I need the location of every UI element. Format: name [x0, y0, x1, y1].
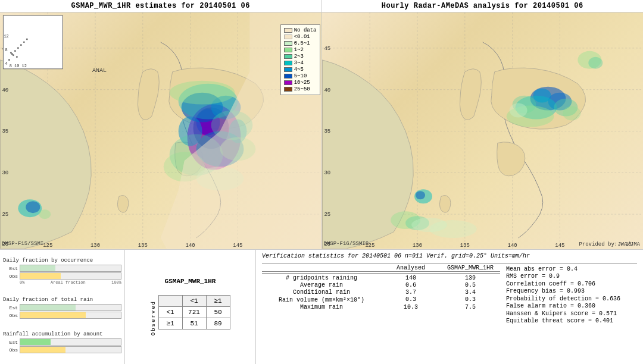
svg-point-72 [563, 106, 580, 121]
svg-text:135: 135 [138, 243, 148, 249]
bar-label-obs-occ: Obs [3, 274, 18, 279]
legend-label-3-4: 3~4 [294, 60, 304, 66]
cont-row-label-lt1: <1 [158, 307, 182, 318]
legend-label-4-5: 4~5 [294, 67, 304, 73]
bar-container-est-accum [20, 338, 121, 346]
bar-label-est-occ: Est [3, 266, 18, 271]
stats-row-avgrain: Average rain 0.6 0.5 [262, 282, 500, 288]
observed-side: Observed [151, 288, 157, 335]
stats-col-gsmap: GSMAP_MWR_1HR [441, 265, 500, 271]
svg-text:125: 125 [43, 243, 52, 249]
cont-header-row: <1 ≥1 [158, 296, 230, 307]
stat-equitable-threat: Equitable threat score = 0.401 [506, 318, 637, 324]
svg-point-45 [17, 47, 19, 49]
svg-point-26 [26, 201, 40, 213]
legend-label-5-10: 5~10 [294, 73, 307, 79]
svg-point-43 [13, 54, 14, 56]
stats-row-volume: Rain volume (mm×km²×10⁶) 0.3 0.3 [262, 296, 500, 303]
stats-label-gridpoints: # gridpoints raining [262, 275, 381, 281]
bar-container-obs-accum [20, 346, 121, 353]
stats-row-maxrain: Maximum rain 10.3 7.5 [262, 304, 500, 310]
legend-color-25-50 [284, 87, 292, 92]
right-map-svg: 125 130 135 140 145 45 40 35 30 25 20 15 [322, 12, 644, 249]
stats-val-avgrain-gsmap: 0.5 [441, 282, 500, 288]
stat-mean-abs-error: Mean abs error = 0.4 [506, 266, 637, 272]
svg-text:25: 25 [324, 212, 330, 218]
verification-title: Verification statistics for 20140501 06 … [262, 253, 637, 259]
bar-label-est-rain: Est [3, 305, 18, 310]
legend-5-10: 5~10 [284, 73, 317, 79]
legend-1-2: 1~2 [284, 47, 317, 53]
map-credit: Provided by:JWA/JMA [579, 241, 640, 247]
legend-3-4: 3~4 [284, 60, 317, 66]
svg-point-48 [20, 44, 22, 46]
svg-text:40: 40 [2, 87, 8, 93]
svg-point-75 [416, 191, 425, 199]
svg-text:140: 140 [186, 243, 195, 249]
stats-row-gridpoints: # gridpoints raining 140 139 [262, 275, 500, 281]
stats-label-maxrain: Maximum rain [262, 304, 381, 310]
axis-start: 0% [20, 280, 24, 285]
legend-color-10-25 [284, 80, 292, 85]
bar-row-obs-accum: Obs [3, 346, 121, 353]
bar-obs-accum [20, 347, 65, 353]
bar-row-obs-occ: Obs [3, 272, 121, 280]
legend-label-10-25: 10~25 [294, 80, 310, 86]
svg-text:4: 4 [5, 61, 7, 66]
stats-col-label [262, 265, 381, 271]
stats-separator-top [262, 263, 637, 263]
contingency-title: GSMAP_MWR_1HR [165, 278, 216, 285]
left-map-title: GSMAP_MWR_1HR estimates for 20140501 06 [0, 0, 322, 12]
cont-val-lt1-ge1: 50 [206, 307, 230, 318]
bar-obs-occ [20, 273, 61, 279]
chart-section-occurrence: Daily fraction by occurrence Est Obs 0% … [3, 258, 121, 285]
bar-container-obs-rain [20, 312, 121, 319]
legend-label-no-data: No data [294, 27, 317, 33]
stats-left-col: Analysed GSMAP_MWR_1HR # gridpoints rain… [262, 265, 500, 325]
bar-container-est-rain [20, 304, 121, 311]
svg-text:8: 8 [5, 48, 7, 52]
stat-corr-coeff: Correlation coeff = 0.706 [506, 281, 637, 287]
legend-color-4-5 [284, 67, 292, 72]
stats-header-row: Analysed GSMAP_MWR_1HR [262, 265, 500, 272]
right-map-area: 125 130 135 140 145 45 40 35 30 25 20 15… [322, 12, 644, 249]
contingency-panel: GSMAP_MWR_1HR Observed <1 ≥1 <1 [125, 250, 256, 364]
bottom-row: Daily fraction by occurrence Est Obs 0% … [0, 250, 643, 364]
bar-axis-occ: 0% Areal fraction 100% [3, 280, 121, 285]
stats-col-analysed: Analysed [381, 265, 441, 271]
legend-color-2-3 [284, 54, 292, 59]
svg-text:35: 35 [324, 128, 330, 134]
legend-label-1-2: 1~2 [294, 47, 304, 53]
legend-color-3-4 [284, 61, 292, 65]
left-map-svg: 125 130 135 140 145 45 40 35 30 25 20 AN… [0, 12, 322, 249]
legend: No data <0.01 0.5~1 1~2 [280, 24, 320, 95]
bar-row-est-rain: Est [3, 304, 121, 311]
svg-point-50 [26, 38, 28, 40]
cont-row-ge1: ≥1 51 89 [158, 318, 230, 330]
stats-label-avgrain: Average rain [262, 282, 381, 288]
svg-text:130: 130 [412, 243, 422, 249]
legend-color-no-data [284, 28, 292, 33]
svg-text:135: 135 [460, 243, 469, 249]
bar-label-est-accum: Est [3, 340, 18, 345]
bar-row-obs-rain: Obs [3, 312, 121, 319]
stats-val-maxrain-gsmap: 7.5 [441, 304, 500, 310]
legend-25-50: 25~50 [284, 86, 317, 92]
stat-hanssen-kuipers: Hanssen & Kuipers score = 0.571 [506, 310, 637, 317]
svg-text:40: 40 [324, 87, 330, 93]
cont-wrapper: Observed <1 ≥1 <1 721 50 [151, 288, 230, 335]
main-container: GSMAP_MWR_1HR estimates for 20140501 06 [0, 0, 643, 364]
svg-text:130: 130 [90, 243, 100, 249]
svg-point-73 [509, 103, 527, 118]
cont-row-lt1: <1 721 50 [158, 307, 230, 318]
axis-mid: Areal fraction [51, 280, 86, 285]
cont-table-wrapper: <1 ≥1 <1 721 50 ≥1 51 89 [158, 295, 230, 330]
left-map-area: 125 130 135 140 145 45 40 35 30 25 20 AN… [0, 12, 322, 249]
legend-2-3: 2~3 [284, 54, 317, 59]
chart-title-rain: Daily fraction of total rain [3, 297, 121, 303]
bar-row-est-accum: Est [3, 338, 121, 346]
stat-rms-error: RMS error = 0.9 [506, 273, 637, 280]
bar-est-rain [20, 305, 76, 310]
legend-color-05-1 [284, 41, 292, 46]
svg-text:145: 145 [233, 243, 242, 249]
